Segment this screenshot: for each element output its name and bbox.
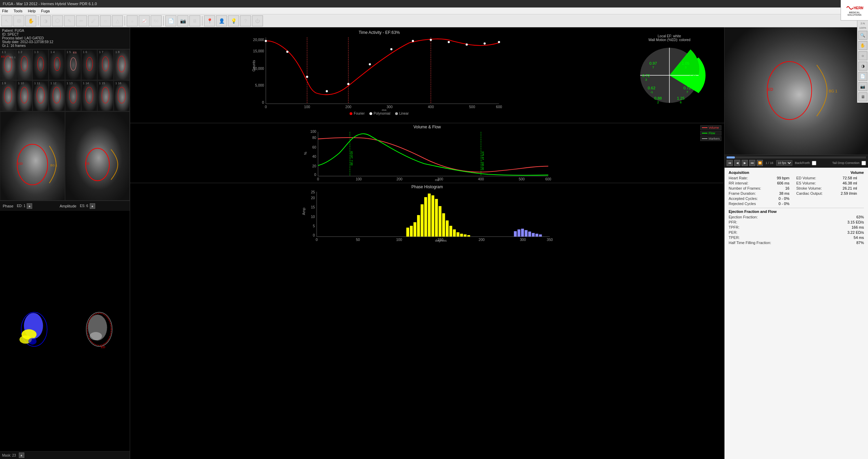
ed-control: ED: 1 [17, 204, 25, 208]
frame-9: 1 9 [0, 80, 16, 111]
svg-point-42 [412, 40, 414, 42]
svg-rect-129 [536, 234, 538, 237]
invert-tool[interactable]: ◑ [40, 15, 51, 26]
ef-section-divider [729, 208, 864, 208]
svg-point-10 [28, 338, 37, 345]
pan-tool[interactable]: ✋ [25, 15, 36, 26]
svg-text:7: 7 [652, 65, 654, 69]
ed-vol-value: 72.58 ml [843, 176, 857, 180]
vf-svg: 0 20 40 60 80 100 % 0 100 200 300 400 50… [140, 130, 716, 181]
play-back-btn[interactable]: ◀ [734, 160, 740, 166]
frame-6: 1 6 [81, 49, 97, 80]
cam-btn[interactable]: 📷 [858, 82, 867, 91]
phase-hist-title: Phase Histogram [130, 183, 724, 190]
zoom-tool[interactable]: ⊕ [13, 15, 24, 26]
circle-btn[interactable]: ○ [858, 51, 867, 60]
function-tool[interactable]: f(x) [151, 15, 162, 26]
menu-help[interactable]: Help [28, 9, 36, 13]
hand-btn[interactable]: ✋ [858, 41, 867, 50]
large-gated-images: ED BG 1 ES [0, 112, 130, 201]
tail-drop-checkbox[interactable] [861, 161, 866, 165]
svg-point-40 [369, 63, 371, 65]
svg-text:0.62: 0.62 [648, 86, 655, 90]
svg-rect-128 [532, 233, 534, 237]
help-tool[interactable]: ? [240, 15, 251, 26]
svg-point-13 [89, 332, 102, 340]
svg-text:200: 200 [397, 177, 402, 181]
svg-rect-110 [424, 197, 427, 237]
scr-btn[interactable]: 🖥 [858, 92, 867, 101]
capture-tool[interactable]: 📷 [177, 15, 188, 26]
svg-rect-124 [517, 229, 520, 237]
mask-increment[interactable]: ▲ [19, 452, 24, 458]
svg-rect-115 [442, 213, 445, 237]
menu-file[interactable]: File [2, 9, 8, 13]
zoom-in-btn[interactable]: 🔍 [858, 31, 867, 40]
frame-slider[interactable] [727, 156, 866, 158]
es-increment[interactable]: ▲ [90, 203, 95, 209]
frame-7: 1 7 [97, 49, 113, 80]
tac-title: Time Activity - EF:63% [130, 29, 628, 36]
htff-value: 87% [856, 241, 864, 245]
tac-chart-container: Time Activity - EF:63% 0 5,000 10,000 15… [130, 27, 628, 123]
profile-tool[interactable]: 📈 [139, 15, 150, 26]
fps-select[interactable]: 10 fps 5 fps 15 fps 20 fps [776, 160, 792, 166]
roi-tool[interactable]: ⬡ [52, 15, 63, 26]
pointer-tool[interactable]: ↖ [1, 15, 12, 26]
annotate-tool[interactable]: ✏ [76, 15, 87, 26]
svg-text:200: 200 [479, 238, 485, 242]
filter-tool[interactable]: ⬦ [127, 15, 138, 26]
marker-tool[interactable]: 📍 [204, 15, 215, 26]
ellipse-tool[interactable]: ○ [100, 15, 111, 26]
svg-text:ms: ms [435, 178, 439, 181]
frame-dur-label: Frame Duration: [729, 191, 756, 195]
backforth-label: Back/Forth [795, 161, 810, 165]
frame-14: 1 14 [81, 80, 97, 111]
pfr-value: 3.15 ED/s [847, 220, 864, 224]
htff-label: Half Time Filling Fraction: [729, 241, 771, 245]
menu-tools[interactable]: Tools [14, 9, 23, 13]
next-frame-btn[interactable]: ⏭ [749, 160, 755, 166]
svg-text:375.97, 100.00: 375.97, 100.00 [481, 151, 484, 170]
gating-info: Gr.1: 16 frames [2, 44, 128, 48]
prev-frame-btn[interactable]: ⏮ [727, 160, 733, 166]
svg-text:20: 20 [311, 196, 315, 200]
polygon-tool[interactable]: △ [112, 15, 123, 26]
num-frames-value: 16 [785, 186, 789, 190]
tpfr-label: TPFR: [729, 225, 740, 229]
phase-amplitude-section: Phase ED: 1 ▲ Amplitude ES: 6 ▲ [0, 201, 130, 459]
svg-rect-106 [410, 226, 413, 237]
svg-rect-108 [417, 215, 420, 237]
page-btn[interactable]: 📄 [858, 72, 867, 81]
svg-rect-130 [539, 234, 542, 237]
svg-rect-114 [439, 206, 441, 237]
invert-btn[interactable]: ◑ [858, 62, 867, 71]
menu-fuga[interactable]: Fuga [41, 9, 50, 13]
svg-text:500: 500 [469, 105, 475, 109]
svg-text:100: 100 [356, 177, 362, 181]
user-tool[interactable]: 👤 [216, 15, 227, 26]
power-tool[interactable]: ⏻ [252, 15, 263, 26]
report-tool[interactable]: 📄 [165, 15, 176, 26]
edit-tool[interactable]: 🖊 [88, 15, 99, 26]
play-btn[interactable]: ▶ [742, 160, 748, 166]
right-panel: ED BG 1 ⏮ ◀ ▶ ⏭ ⏩ 1 / 16 [724, 27, 868, 459]
svg-text:ES: ES [85, 162, 90, 165]
svg-text:15: 15 [311, 205, 315, 209]
svg-rect-119 [456, 232, 459, 237]
fast-fwd-btn[interactable]: ⏩ [757, 160, 763, 166]
gated-row-1: ED BG 1 1 1 1 2 1 3 [0, 49, 130, 80]
frame-12: 1 12 [49, 80, 65, 111]
bulb-tool[interactable]: 💡 [228, 15, 239, 26]
tpfr-row: TPFR: 166 ms [729, 225, 864, 229]
svg-text:%: % [304, 152, 307, 155]
svg-text:ED: ED [101, 345, 105, 349]
backforth-checkbox[interactable] [812, 161, 816, 165]
draw-tool[interactable]: ✎ [64, 15, 75, 26]
ed-increment[interactable]: ▲ [27, 203, 32, 209]
svg-text:25: 25 [311, 190, 315, 194]
menu-bar: File Tools Help Fuga [0, 8, 868, 14]
accepted-cycles-row: Accepted Cycles: 0 - 0% [729, 196, 864, 201]
screen-tool[interactable]: 🖥 [189, 15, 200, 26]
svg-text:ED: ED [768, 87, 773, 91]
